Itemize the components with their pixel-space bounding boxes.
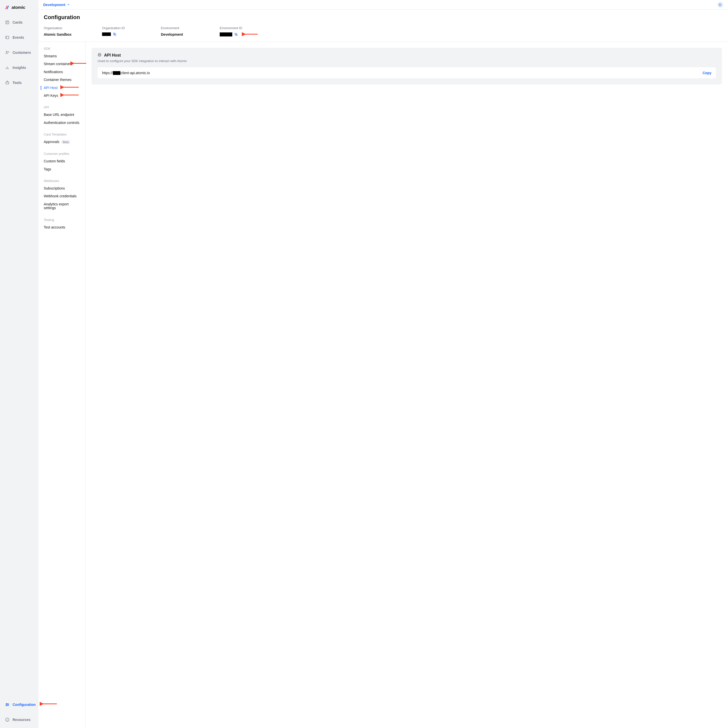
- svg-point-14: [8, 704, 9, 705]
- subnav-notifications[interactable]: Notifications: [38, 69, 85, 75]
- environment-name: Development: [43, 3, 65, 7]
- subnav-group-testing: Testing: [38, 218, 85, 224]
- annotation-arrow-api-host: [60, 85, 79, 90]
- subnav-streams[interactable]: Streams: [38, 53, 85, 59]
- orgid-value: [102, 32, 161, 36]
- nav-customers[interactable]: Customers: [0, 47, 38, 58]
- resources-icon: [5, 717, 9, 722]
- copy-host-button[interactable]: Copy: [703, 71, 711, 75]
- envid-label: Environment ID: [220, 26, 722, 30]
- logo-icon: [5, 5, 9, 10]
- brand-logo[interactable]: atomic: [0, 0, 38, 17]
- env-value: Development: [161, 32, 220, 37]
- orgid-redacted: [102, 32, 111, 36]
- config-subnav: SDK Streams Stream containers Notificati…: [38, 42, 86, 728]
- api-host-card: API Host Used to configure your SDK inte…: [92, 48, 722, 84]
- subnav-container-themes[interactable]: Container themes: [38, 76, 85, 83]
- subnav-api-keys[interactable]: API Keys: [38, 93, 85, 99]
- host-url: https://client-api.atomic.io: [102, 71, 150, 75]
- subnav-approvals[interactable]: Approvals Beta: [38, 139, 85, 145]
- chevron-down-icon: [67, 3, 70, 7]
- nav-cards[interactable]: Cards: [0, 17, 38, 28]
- customers-icon: [5, 50, 9, 55]
- environment-switcher[interactable]: Development: [43, 3, 70, 7]
- nav-configuration[interactable]: Configuration: [0, 699, 38, 710]
- svg-point-12: [6, 704, 7, 704]
- subnav-subscriptions[interactable]: Subscriptions: [38, 185, 85, 191]
- svg-point-4: [6, 51, 8, 52]
- org-value: Atomic Sandbox: [44, 32, 102, 37]
- nav-insights-label: Insights: [12, 66, 26, 70]
- globe-icon: [98, 53, 102, 58]
- beta-badge: Beta: [61, 140, 70, 144]
- brand-name: atomic: [12, 5, 25, 10]
- host-redacted: [113, 71, 121, 75]
- subnav-webhook-credentials[interactable]: Webhook credentials: [38, 193, 85, 199]
- insights-icon: [5, 65, 9, 70]
- orgid-label: Organization ID: [102, 26, 161, 30]
- copy-envid-icon[interactable]: [234, 33, 238, 36]
- nav-events[interactable]: Events: [0, 32, 38, 43]
- subnav-base-url[interactable]: Base URL endpoint: [38, 112, 85, 118]
- nav-cards-label: Cards: [12, 20, 23, 24]
- org-label: Organisation: [44, 26, 102, 30]
- subnav-analytics-export[interactable]: Analytics export settings: [38, 201, 85, 211]
- envid-value: [220, 32, 722, 37]
- svg-rect-10: [6, 82, 9, 84]
- nav-resources[interactable]: Resources: [0, 714, 38, 725]
- user-avatar[interactable]: K: [717, 2, 723, 8]
- nav-resources-label: Resources: [12, 718, 31, 722]
- page-title: Configuration: [44, 14, 722, 21]
- primary-sidebar: atomic Cards Events Customers: [0, 0, 38, 728]
- subnav-test-accounts[interactable]: Test accounts: [38, 224, 85, 231]
- subnav-tags[interactable]: Tags: [38, 166, 85, 173]
- subnav-api-host[interactable]: API Host: [38, 85, 85, 91]
- subnav-group-sdk: SDK: [38, 47, 85, 53]
- env-label: Environment: [161, 26, 220, 30]
- subnav-group-webhooks: Webhooks: [38, 179, 85, 185]
- configuration-icon: [5, 702, 9, 707]
- nav-customers-label: Customers: [12, 50, 31, 55]
- nav-tools[interactable]: Tools: [0, 77, 38, 88]
- subnav-custom-fields[interactable]: Custom fields: [38, 158, 85, 164]
- nav-insights[interactable]: Insights: [0, 62, 38, 73]
- subnav-auth-controls[interactable]: Authentication controls: [38, 120, 85, 126]
- nav-events-label: Events: [12, 35, 24, 40]
- svg-point-16: [6, 705, 7, 706]
- subnav-stream-containers[interactable]: Stream containers: [38, 61, 85, 67]
- nav-configuration-label: Configuration: [12, 703, 36, 707]
- nav-tools-label: Tools: [12, 81, 21, 85]
- card-title: API Host: [104, 53, 121, 58]
- content-area: API Host Used to configure your SDK inte…: [86, 42, 728, 728]
- config-header: Configuration Organisation Atomic Sandbo…: [38, 9, 728, 42]
- events-icon: [5, 35, 9, 40]
- avatar-initial: K: [719, 3, 721, 6]
- tools-icon: [5, 80, 9, 85]
- subnav-group-api: API: [38, 106, 85, 112]
- svg-rect-0: [6, 21, 9, 24]
- card-subtitle: Used to configure your SDK integration t…: [98, 59, 716, 63]
- annotation-arrow-stream-containers: [70, 61, 87, 66]
- subnav-group-card-templates: Card Templates: [38, 133, 85, 139]
- copy-orgid-icon[interactable]: [113, 32, 116, 36]
- host-row: https://client-api.atomic.io Copy: [98, 67, 716, 78]
- topbar: Development K: [38, 0, 728, 9]
- subnav-group-customer-profiles: Customer profiles: [38, 152, 85, 158]
- annotation-arrow-api-keys: [60, 93, 79, 98]
- envid-redacted: [220, 32, 232, 37]
- cards-icon: [5, 20, 9, 24]
